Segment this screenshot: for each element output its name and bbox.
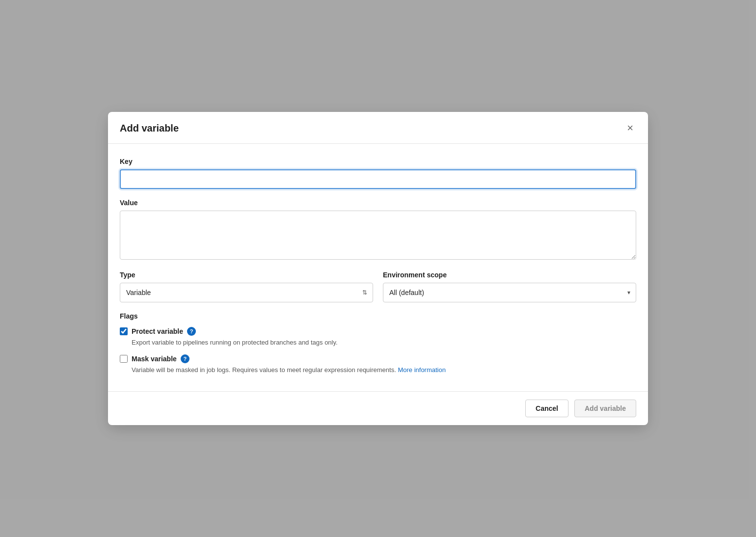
type-select[interactable]: Variable File (120, 283, 373, 302)
modal-header: Add variable × (108, 112, 648, 144)
value-textarea[interactable] (120, 211, 636, 260)
key-label: Key (120, 158, 636, 165)
protect-variable-description: Export variable to pipelines running on … (132, 338, 636, 348)
modal-footer: Cancel Add variable (108, 391, 648, 425)
close-button[interactable]: × (624, 122, 636, 134)
cancel-button[interactable]: Cancel (525, 400, 568, 417)
value-label: Value (120, 199, 636, 207)
add-variable-button[interactable]: Add variable (574, 400, 636, 417)
protect-variable-checkbox[interactable] (120, 327, 128, 335)
type-col: Type Variable File ⇅ (120, 271, 373, 302)
mask-variable-row: Mask variable ? (120, 354, 636, 363)
type-label: Type (120, 271, 373, 279)
modal-overlay: Add variable × Key Value Type (0, 0, 756, 537)
mask-variable-item: Mask variable ? Variable will be masked … (120, 354, 636, 375)
env-scope-label: Environment scope (383, 271, 636, 279)
flags-label: Flags (120, 312, 636, 320)
env-scope-select-wrapper: All (default) production staging develop… (383, 283, 636, 302)
mask-variable-name: Mask variable (132, 355, 177, 363)
modal-title: Add variable (120, 123, 179, 134)
protect-variable-name: Protect variable (132, 327, 183, 335)
protect-variable-row: Protect variable ? (120, 327, 636, 336)
modal-body: Key Value Type Variable File ⇅ (108, 144, 648, 391)
key-field-group: Key (120, 158, 636, 189)
mask-variable-description-text: Variable will be masked in job logs. Req… (132, 366, 398, 374)
env-scope-col: Environment scope All (default) producti… (383, 271, 636, 302)
type-env-row: Type Variable File ⇅ Environment scope A… (120, 271, 636, 302)
flags-section: Flags Protect variable ? Export variable… (120, 312, 636, 375)
value-field-group: Value (120, 199, 636, 261)
add-variable-modal: Add variable × Key Value Type (108, 112, 648, 425)
type-select-wrapper: Variable File ⇅ (120, 283, 373, 302)
mask-variable-help-icon[interactable]: ? (181, 354, 189, 363)
protect-variable-help-icon[interactable]: ? (187, 327, 196, 336)
env-scope-select[interactable]: All (default) production staging develop… (383, 283, 636, 302)
protect-variable-item: Protect variable ? Export variable to pi… (120, 327, 636, 348)
mask-variable-description: Variable will be masked in job logs. Req… (132, 365, 636, 375)
more-information-link[interactable]: More information (398, 366, 446, 374)
mask-variable-checkbox[interactable] (120, 355, 128, 363)
key-input[interactable] (120, 169, 636, 189)
